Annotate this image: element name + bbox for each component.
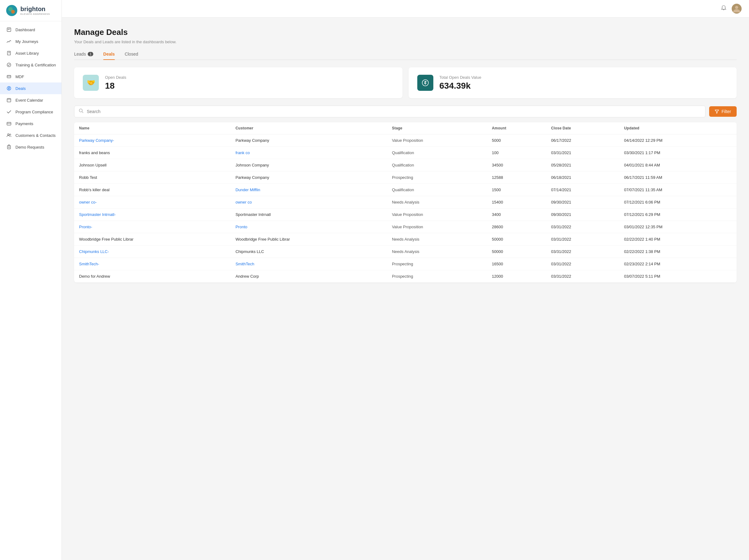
main-area: Manage Deals Your Deals and Leads are li… (62, 0, 749, 560)
cell-name: Demo for Andrew (74, 270, 230, 283)
circle-check-icon (6, 62, 12, 68)
sidebar-item-program-compliance[interactable]: Program Compliance (0, 106, 62, 118)
cell-updated: 02/22/2022 1:38 PM (619, 245, 737, 258)
table-row: Woodbridge Free Public Librar Woodbridge… (74, 233, 737, 245)
cell-name[interactable]: Pronto- (74, 221, 230, 233)
svg-rect-18 (7, 122, 11, 125)
cell-customer[interactable]: Dunder Mifflin (230, 184, 387, 196)
cell-close-date: 05/28/2021 (546, 159, 619, 171)
cell-amount: 50000 (487, 245, 546, 258)
cell-name[interactable]: Parkway Company- (74, 134, 230, 147)
notification-bell-icon[interactable] (721, 5, 727, 13)
cell-updated: 03/07/2022 5:11 PM (619, 270, 737, 283)
sidebar-item-payments[interactable]: Payments (0, 118, 62, 129)
cell-amount: 16500 (487, 258, 546, 270)
cell-updated: 07/07/2021 11:35 AM (619, 184, 737, 196)
cell-amount: 3400 (487, 209, 546, 221)
cell-stage: Qualification (387, 159, 487, 171)
payments-icon (6, 121, 12, 126)
cell-updated: 03/01/2022 12:35 PM (619, 221, 737, 233)
total-value-value: 634.39k (440, 81, 481, 91)
svg-rect-10 (7, 76, 11, 78)
cell-customer: Andrew Corp (230, 270, 387, 283)
svg-point-26 (735, 6, 738, 9)
logo-icon (6, 5, 17, 16)
sidebar-item-deals[interactable]: Deals (0, 83, 62, 94)
open-deals-label: Open Deals (105, 75, 126, 80)
avatar[interactable] (732, 4, 742, 14)
cell-updated: 06/17/2021 11:59 AM (619, 171, 737, 184)
cell-amount: 50000 (487, 233, 546, 245)
check-icon (6, 109, 12, 114)
svg-point-20 (8, 134, 9, 135)
deals-table: Name Customer Stage Amount Close Date Up… (74, 122, 737, 283)
cell-name[interactable]: Chipmunks LLC- (74, 245, 230, 258)
sidebar-item-asset-library[interactable]: Asset Library (0, 47, 62, 59)
cell-amount: 12588 (487, 171, 546, 184)
cell-customer[interactable]: owner co (230, 196, 387, 209)
open-deals-icon: 🤝 (83, 75, 99, 91)
card-icon (6, 74, 12, 79)
clipboard-icon (6, 144, 12, 150)
svg-point-9 (7, 63, 11, 67)
cell-updated: 07/12/2021 6:29 PM (619, 209, 737, 221)
sidebar-item-label: Customers & Contacts (16, 133, 56, 138)
cell-name[interactable]: Sportmaster Intrnatl- (74, 209, 230, 221)
cell-updated: 02/23/2022 2:14 PM (619, 258, 737, 270)
sidebar-item-label: Program Compliance (16, 110, 53, 114)
deals-table-container: Name Customer Stage Amount Close Date Up… (74, 122, 737, 283)
cell-name: Woodbridge Free Public Librar (74, 233, 230, 245)
tab-deals[interactable]: Deals (103, 51, 114, 60)
cell-stage: Value Proposition (387, 221, 487, 233)
open-deals-value: 18 (105, 81, 126, 91)
cell-stage: Value Proposition (387, 209, 487, 221)
sidebar-item-dashboard[interactable]: Dashboard (0, 24, 62, 36)
sidebar-item-mdf[interactable]: MDF (0, 71, 62, 83)
sidebar-item-label: Asset Library (16, 51, 39, 56)
col-amount: Amount (487, 122, 546, 134)
sidebar-item-label: Dashboard (16, 27, 35, 32)
table-header-row: Name Customer Stage Amount Close Date Up… (74, 122, 737, 134)
cell-amount: 15400 (487, 196, 546, 209)
cell-close-date: 03/31/2022 (546, 270, 619, 283)
tab-leads[interactable]: Leads 1 (74, 51, 93, 60)
search-icon (79, 108, 84, 114)
cell-name[interactable]: owner co- (74, 196, 230, 209)
cell-close-date: 03/31/2021 (546, 147, 619, 159)
svg-line-30 (82, 112, 83, 113)
table-row: Chipmunks LLC- Chipmunks LLC Needs Analy… (74, 245, 737, 258)
table-row: Parkway Company- Parkway Company Value P… (74, 134, 737, 147)
dollar-icon (6, 86, 12, 91)
filter-button[interactable]: Filter (709, 106, 737, 117)
search-input[interactable] (87, 109, 701, 114)
sidebar-item-label: Deals (16, 86, 26, 91)
cell-name[interactable]: SmithTech- (74, 258, 230, 270)
cell-stage: Needs Analysis (387, 245, 487, 258)
svg-rect-14 (7, 99, 11, 102)
sidebar-item-event-calendar[interactable]: Event Calendar (0, 94, 62, 106)
cell-customer: Parkway Company (230, 134, 387, 147)
tab-closed[interactable]: Closed (125, 51, 138, 60)
sidebar-item-demo-requests[interactable]: Demo Requests (0, 141, 62, 153)
cell-customer[interactable]: SmithTech (230, 258, 387, 270)
svg-point-2 (11, 10, 15, 14)
cell-close-date: 06/18/2021 (546, 171, 619, 184)
cell-customer[interactable]: frank co (230, 147, 387, 159)
users-icon (6, 132, 12, 138)
cell-updated: 07/12/2021 6:06 PM (619, 196, 737, 209)
cell-customer: Johnson Company (230, 159, 387, 171)
topbar (62, 0, 749, 18)
cell-customer[interactable]: Pronto (230, 221, 387, 233)
total-value-label: Total Open Deals Value (440, 75, 481, 80)
cell-close-date: 03/31/2022 (546, 233, 619, 245)
sidebar-item-training-certification[interactable]: Training & Certification (0, 59, 62, 71)
sidebar-item-customers-contacts[interactable]: Customers & Contacts (0, 129, 62, 141)
sidebar: brighton Elevate Awareness Dashboard My … (0, 0, 62, 560)
leads-badge: 1 (88, 52, 93, 56)
sidebar-item-my-journeys[interactable]: My Journeys (0, 36, 62, 47)
cell-name: Robb Test (74, 171, 230, 184)
cell-amount: 28600 (487, 221, 546, 233)
sidebar-item-label: Payments (16, 122, 34, 126)
col-stage: Stage (387, 122, 487, 134)
page-subtitle: Your Deals and Leads are listed in the d… (74, 40, 737, 44)
